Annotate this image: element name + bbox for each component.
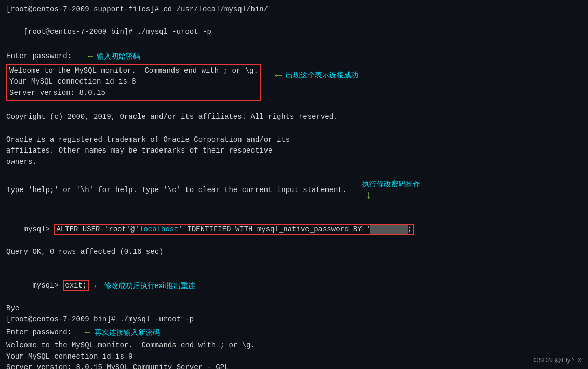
line-19-exit: mysql> exit; [6, 269, 89, 303]
alter-command-box: ALTER USER 'root'@'localhost' IDENTIFIED… [54, 224, 414, 235]
arrow-icon-1: ← [88, 49, 93, 64]
annotation-new-password: 再次连接输入新密码 [95, 327, 160, 338]
line-24: Your MySQL connection id is 9 [6, 351, 582, 363]
arrow-icon-5: ← [85, 325, 90, 340]
line-9 [6, 123, 582, 134]
arrow-icon-2: ← [275, 69, 282, 82]
line-10: Oracle is a registered trademark of Orac… [6, 134, 582, 146]
terminal-window: [root@centos-7-2009 support-files]# cd /… [0, 0, 588, 369]
exit-block: mysql> exit; ← 修改成功后执行exit推出重连 [6, 269, 582, 303]
line-17: Query OK, 0 rows affected (0.16 sec) [6, 247, 582, 258]
annotation-modify-block: 执行修改密码操作 ↓ [362, 180, 420, 202]
line-13 [6, 168, 582, 180]
line-22-enter-password2: Enter password: ← 再次连接输入新密码 [6, 325, 582, 340]
line-15 [6, 202, 582, 213]
annotation-success-block: ← 出现这个表示连接成功 [272, 69, 358, 82]
arrow-icon-3: ↓ [365, 189, 372, 202]
line-21: [root@centos-7-2009 bin]# ./mysql -uroot… [6, 314, 582, 325]
type-help-block: Type 'help;' or '\h' for help. Type '\c'… [6, 180, 582, 202]
line-14: Type 'help;' or '\h' for help. Type '\c'… [6, 185, 346, 196]
line-1: [root@centos-7-2009 support-files]# cd /… [6, 4, 582, 16]
line-3-enter-password: Enter password: ← 输入初始密码 [6, 49, 582, 64]
line-8: Copyright (c) 2000, 2019, Oracle and/or … [6, 112, 582, 123]
exit-command-box: exit; [63, 280, 89, 291]
line-6: Server version: 8.0.15 [9, 88, 258, 99]
line-20-bye: Bye [6, 303, 582, 315]
line-12: owners. [6, 157, 582, 168]
success-box: Welcome to the MySQL monitor. Commands e… [6, 64, 261, 101]
csdn-badge: CSDN @Fly丶X [533, 356, 582, 365]
arrow-icon-4: ← [94, 281, 100, 291]
line-7 [6, 101, 582, 112]
annotation-modify-password: 执行修改密码操作 [362, 180, 420, 189]
line-2: [root@centos-7-2009 bin]# ./mysql -uroot… [6, 16, 582, 49]
line-11: affiliates. Other names may be trademark… [6, 145, 582, 157]
line-23: Welcome to the MySQL monitor. Commands e… [6, 340, 582, 351]
line-25: Server version: 8.0.15 MySQL Community S… [6, 362, 582, 369]
line-18 [6, 258, 582, 269]
annotation-enter-password: 输入初始密码 [97, 51, 140, 62]
success-block: Welcome to the MySQL monitor. Commands e… [6, 64, 582, 101]
line-4: Welcome to the MySQL monitor. Commands e… [9, 65, 258, 77]
annotation-connection-success: 出现这个表示连接成功 [286, 71, 358, 80]
line-5: Your MySQL connection id is 8 [9, 76, 258, 88]
annotation-exit: 修改成功后执行exit推出重连 [104, 281, 195, 291]
line-16-alter: mysql> ALTER USER 'root'@'localhost' IDE… [6, 213, 582, 247]
